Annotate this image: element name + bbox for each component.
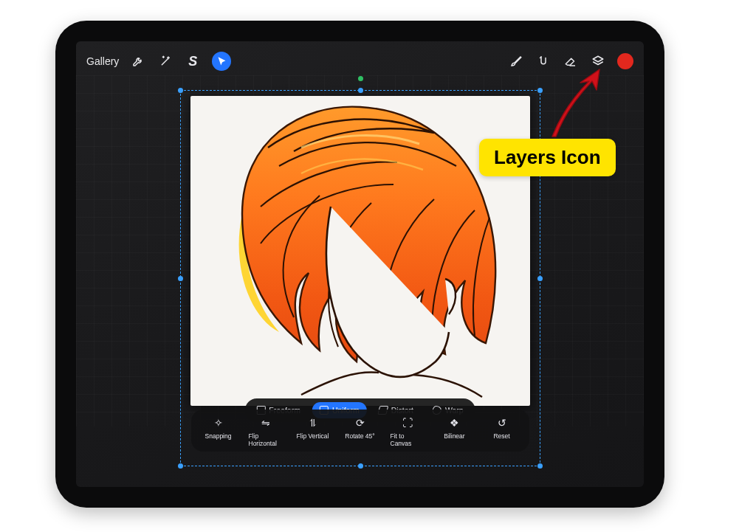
layers-icon[interactable] [590, 53, 606, 69]
smudge-icon[interactable] [535, 53, 551, 69]
action-label: Rotate 45° [345, 432, 374, 440]
snapping-icon: ✧ [211, 415, 226, 430]
s-selection-icon[interactable]: S [185, 53, 201, 69]
toolbar-left-group: Gallery S [86, 52, 231, 71]
action-label: Snapping [205, 432, 232, 440]
ipad-device-frame: Gallery S [55, 21, 664, 508]
action-reset[interactable]: ↺ Reset [485, 415, 519, 447]
transform-handle[interactable] [178, 88, 183, 93]
magic-wand-icon[interactable] [157, 53, 173, 69]
action-bilinear[interactable]: ❖ Bilinear [438, 415, 472, 447]
artwork-drawing [190, 96, 530, 406]
transform-handle[interactable] [178, 276, 183, 281]
transform-handle[interactable] [537, 88, 543, 93]
color-swatch[interactable] [617, 53, 633, 69]
rotate-icon: ⟳ [353, 415, 368, 430]
action-rotate-45[interactable]: ⟳ Rotate 45° [343, 415, 377, 447]
transform-handle[interactable] [358, 88, 363, 93]
top-toolbar: Gallery S [76, 50, 644, 72]
action-flip-vertical[interactable]: ⥮ Flip Vertical [296, 415, 330, 447]
interpolation-icon: ❖ [447, 415, 462, 430]
toolbar-right-group [508, 53, 633, 69]
flip-horizontal-icon: ⇋ [258, 415, 273, 430]
action-label: Flip Vertical [297, 432, 329, 440]
action-snapping[interactable]: ✧ Snapping [202, 415, 236, 447]
reset-icon: ↺ [495, 415, 509, 430]
eraser-icon[interactable] [563, 53, 579, 69]
transform-handle[interactable] [358, 463, 363, 469]
transform-actions-bar: ✧ Snapping ⇋ Flip Horizontal ⥮ Flip Vert… [191, 410, 529, 452]
artwork-canvas[interactable] [190, 96, 530, 406]
gallery-button[interactable]: Gallery [86, 55, 119, 67]
procreate-app-screen: Gallery S [76, 41, 644, 487]
transform-rotate-handle[interactable] [358, 76, 363, 81]
cursor-icon[interactable] [212, 52, 231, 71]
wrench-icon[interactable] [130, 53, 146, 69]
action-label: Fit to Canvas [391, 432, 425, 447]
transform-handle[interactable] [537, 276, 543, 281]
transform-handle[interactable] [178, 463, 183, 469]
fit-canvas-icon: ⛶ [400, 415, 415, 430]
action-flip-horizontal[interactable]: ⇋ Flip Horizontal [249, 415, 283, 447]
action-label: Reset [493, 432, 509, 440]
transform-handle[interactable] [537, 463, 543, 469]
action-fit-to-canvas[interactable]: ⛶ Fit to Canvas [391, 415, 425, 447]
action-label: Bilinear [444, 432, 464, 440]
canvas-viewport[interactable] [76, 75, 644, 426]
action-label: Flip Horizontal [249, 432, 283, 447]
annotation-label: Layers Icon [479, 139, 616, 176]
brush-icon[interactable] [508, 53, 524, 69]
flip-vertical-icon: ⥮ [306, 415, 320, 430]
